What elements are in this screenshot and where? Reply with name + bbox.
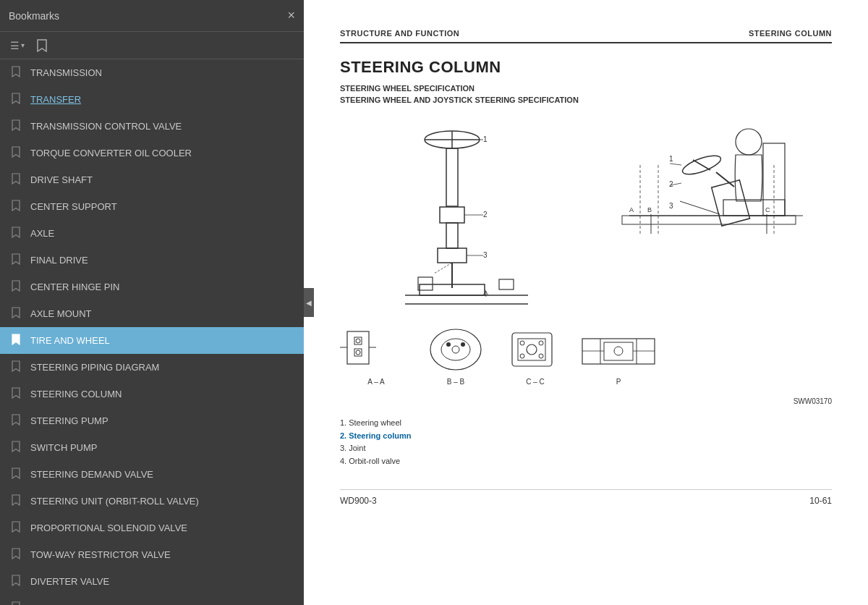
svg-point-56 (461, 342, 465, 347)
svg-point-59 (520, 341, 524, 345)
svg-line-26 (716, 172, 734, 187)
svg-point-61 (520, 354, 524, 358)
bookmark-item-torque-converter-oil-cooler[interactable]: TORQUE CONVERTER OIL COOLER (0, 140, 304, 166)
svg-text:C: C (765, 206, 770, 213)
svg-text:3: 3 (483, 251, 488, 259)
bookmark-list[interactable]: TRANSMISSIONTRANSFERTRANSMISSION CONTROL… (0, 59, 304, 605)
bookmark-icon-steering-column (12, 387, 23, 401)
bookmark-icon-steering-pump (12, 414, 23, 428)
part-item-part4: 4. Orbit-roll valve (340, 455, 832, 468)
bookmark-icon-center-support (12, 200, 23, 213)
list-view-button[interactable]: ☰ ▾ (6, 37, 29, 54)
sidebar-collapse-button[interactable]: ◀ (304, 288, 314, 317)
document-title: STEERING COLUMN (340, 58, 832, 77)
bookmark-item-axle-mount[interactable]: AXLE MOUNT (0, 300, 304, 327)
sidebar-title: Bookmarks (9, 10, 59, 22)
part-item-part2: 2. Steering column (340, 430, 832, 443)
svg-point-63 (527, 344, 537, 355)
bookmark-item-center-support[interactable]: CENTER SUPPORT (0, 193, 304, 220)
svg-text:2: 2 (483, 211, 488, 219)
svg-point-53 (441, 339, 470, 360)
bookmark-item-transmission[interactable]: TRANSMISSION (0, 59, 304, 86)
collapse-arrow: ◀ (306, 299, 312, 307)
steering-column-diagram-left: 1 2 3 4 (340, 122, 579, 310)
bookmark-item-diverter-valve[interactable]: DIVERTER VALVE (0, 568, 304, 595)
bookmark-label-steering-column: STEERING COLUMN (30, 389, 122, 399)
svg-rect-10 (438, 248, 467, 263)
bookmark-item-switch-pump[interactable]: SWITCH PUMP (0, 434, 304, 461)
bookmark-icon-tire-and-wheel (12, 334, 23, 347)
bookmark-icon-steering-unit (12, 494, 23, 508)
bookmark-label-center-hinge-pin: CENTER HINGE PIN (30, 282, 120, 292)
bookmark-item-steering-piping-diagram[interactable]: STEERING PIPING DIAGRAM (0, 354, 304, 381)
svg-point-60 (539, 341, 543, 345)
bookmark-item-proportional-solenoid-valve[interactable]: PROPORTIONAL SOLENOID VALVE (0, 515, 304, 541)
bookmark-item-steering-pump[interactable]: STEERING PUMP (0, 407, 304, 434)
bookmark-icon-final-drive (12, 253, 23, 267)
bookmark-label-axle-mount: AXLE MOUNT (30, 308, 92, 319)
bookmark-label-diverter-valve: DIVERTER VALVE (30, 576, 109, 587)
svg-rect-27 (712, 180, 750, 226)
svg-rect-9 (446, 223, 458, 248)
sidebar-header: Bookmarks × (0, 0, 304, 32)
svg-text:4: 4 (483, 290, 488, 298)
bookmark-label-tire-and-wheel: TIRE AND WHEEL (30, 335, 110, 346)
bookmark-item-steering-unit[interactable]: STEERING UNIT (ORBIT-ROLL VALVE) (0, 488, 304, 515)
bookmark-item-axle[interactable]: AXLE (0, 220, 304, 247)
bookmark-item-steering-demand-valve[interactable]: STEERING DEMAND VALVE (0, 461, 304, 488)
bookmark-svg-icon (36, 39, 48, 52)
part-item-part3: 3. Joint (340, 442, 832, 455)
svg-point-62 (539, 354, 543, 358)
diagram-cc: C – C (499, 324, 571, 386)
svg-line-36 (680, 201, 720, 214)
bookmark-label-steering-pump: STEERING PUMP (30, 415, 109, 426)
svg-text:B: B (647, 206, 652, 213)
footer-left: WD900-3 (340, 496, 377, 506)
svg-line-29 (670, 164, 681, 165)
bookmark-item-final-drive[interactable]: FINAL DRIVE (0, 247, 304, 274)
sidebar: Bookmarks × ☰ ▾ TRANSMISSIONTRANSFERTRAN… (0, 0, 304, 605)
bookmark-icon-axle-mount (12, 307, 23, 321)
header-left: STRUCTURE AND FUNCTION (340, 29, 459, 38)
bookmark-item-tow-way-restrictor-valve[interactable]: TOW-WAY RESTRICTOR VALVE (0, 541, 304, 568)
close-button[interactable]: × (287, 8, 295, 23)
diagram-aa: A – A (340, 324, 412, 386)
svg-line-25 (693, 160, 710, 170)
bookmark-item-steering-column[interactable]: STEERING COLUMN (0, 381, 304, 407)
bookmark-icon-steering-demand-valve (12, 468, 23, 481)
svg-rect-16 (499, 279, 514, 289)
diagram-p-label: P (616, 378, 621, 386)
list-icon: ☰ (10, 40, 20, 51)
bookmark-label-switch-pump: SWITCH PUMP (30, 442, 97, 453)
header-right: STEERING COLUMN (749, 29, 832, 38)
doc-subtitle1: STEERING WHEEL SPECIFICATION (340, 84, 832, 93)
diagram-cc-svg (499, 324, 571, 375)
svg-point-55 (446, 342, 451, 347)
bookmark-item-transfer[interactable]: TRANSFER (0, 86, 304, 113)
bookmark-item-transmission-control-valve[interactable]: TRANSMISSION CONTROL VALVE (0, 113, 304, 140)
bookmark-item-tire-and-wheel[interactable]: TIRE AND WHEEL (0, 327, 304, 354)
page-footer: WD900-3 10-61 (340, 489, 832, 506)
bookmark-label-steering-demand-valve: STEERING DEMAND VALVE (30, 469, 153, 480)
diagram-aa-svg (340, 324, 412, 375)
diagram-bb-label: B – B (447, 378, 464, 386)
bookmark-icon-button[interactable] (32, 36, 52, 55)
svg-point-50 (356, 339, 360, 343)
bookmark-label-axle: AXLE (30, 228, 54, 239)
bookmark-item-center-hinge-pin[interactable]: CENTER HINGE PIN (0, 274, 304, 300)
bookmark-item-brake-piping[interactable]: BRAKE PIPING (0, 595, 304, 605)
doc-subtitle2: STEERING WHEEL AND JOYSTICK STEERING SPE… (340, 96, 832, 104)
steering-column-diagram-right: 1 2 3 A B C (593, 122, 832, 310)
svg-rect-35 (622, 216, 796, 224)
page-content: STRUCTURE AND FUNCTION STEERING COLUMN S… (304, 0, 868, 605)
svg-point-51 (356, 350, 360, 355)
bookmark-label-center-support: CENTER SUPPORT (30, 201, 117, 212)
bookmark-icon-switch-pump (12, 441, 23, 454)
svg-point-22 (736, 129, 762, 155)
bookmark-icon-drive-shaft (12, 173, 23, 187)
bookmark-item-drive-shaft[interactable]: DRIVE SHAFT (0, 166, 304, 193)
svg-rect-6 (440, 207, 464, 223)
bookmark-icon-center-hinge-pin (12, 280, 23, 294)
diagram-bb: B – B (420, 324, 492, 386)
bookmark-icon-axle (12, 227, 23, 240)
